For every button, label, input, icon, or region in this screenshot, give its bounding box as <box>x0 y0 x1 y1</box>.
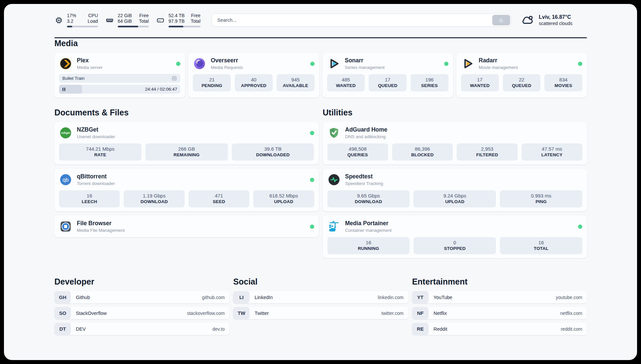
app-title: Speedtest <box>345 173 383 180</box>
search-input[interactable] <box>212 17 492 23</box>
app-link-overseerr[interactable]: Overseerr Media Requests <box>193 57 314 71</box>
status-dot <box>310 178 314 182</box>
stat-downloaded: 39.6 TBDOWNLOADED <box>232 143 314 161</box>
status-dot <box>176 62 180 66</box>
memory-stat: 22 GiBFree 64 GiBTotal <box>105 13 149 27</box>
utilities-column: Utilities AdGuard Home DNS and adblockin… <box>323 107 587 258</box>
stat-seed: 471SEED <box>189 190 249 207</box>
stat-running: 16RUNNING <box>327 237 410 254</box>
app-card-qbittorrent: qb qBittorrent Torrent downloader 16LEEC… <box>54 169 319 211</box>
stat-queued: 22QUEUED <box>503 74 541 91</box>
app-link-speedtest[interactable]: Speedtest Speedtest Tracking <box>327 173 583 187</box>
app-link-radarr[interactable]: Radarr Movie management <box>461 57 582 71</box>
link-badge: RE <box>412 323 429 335</box>
stat-filtered: 2,953FILTERED <box>457 143 517 161</box>
app-title: Overseerr <box>211 57 243 64</box>
stat-pending: 21PENDING <box>193 74 231 91</box>
ram-icon <box>105 16 114 25</box>
link-dev[interactable]: DT DEV dev.to <box>54 323 229 335</box>
link-domain: github.com <box>202 295 225 300</box>
status-dot <box>310 131 314 135</box>
link-badge: NF <box>412 307 429 319</box>
stat-wanted: 485WANTED <box>327 74 365 91</box>
app-title: qBittorrent <box>77 173 115 180</box>
app-link-sonarr[interactable]: Sonarr Series management <box>327 57 448 71</box>
search-engine-button[interactable]: G <box>492 15 510 25</box>
storage-total: 97.9 TB <box>168 18 185 24</box>
app-subtitle: Torrent downloader <box>77 181 115 186</box>
app-card-filebrowser: File Browser Media File Management <box>54 216 319 237</box>
portainer-icon <box>327 220 341 233</box>
memory-total: 64 GiB <box>118 18 132 24</box>
system-stats: 17%CPU 3.2Load 22 GiBFree 64 GiBTotal <box>54 13 200 27</box>
link-badge: DT <box>54 323 71 335</box>
link-twitter[interactable]: TW Twitter twitter.com <box>233 307 408 319</box>
svg-text:nzbget: nzbget <box>61 131 70 135</box>
app-card-plex: Plex Media server Bullet Train 24:44 / 0… <box>54 53 185 98</box>
app-link-nzbget[interactable]: nzbget NZBGet Usenet downloader <box>59 126 314 140</box>
developer-column: Developer GH Github github.com SO StackO… <box>54 277 229 339</box>
link-youtube[interactable]: YT YouTube youtube.com <box>412 291 587 303</box>
stat-row: 9.65 GbpsDOWNLOAD 9.24 GbpsUPLOAD 0.993 … <box>327 190 583 207</box>
cpu-progress-bar <box>67 26 98 27</box>
speedtest-icon <box>327 173 341 186</box>
link-github[interactable]: GH Github github.com <box>54 291 229 303</box>
section-title-documents: Documents & Files <box>54 107 319 117</box>
storage-label-bottom: Total <box>191 18 200 24</box>
link-linkedin[interactable]: LI LinkedIn linkedin.com <box>233 291 408 303</box>
stat-row: 21PENDING 40APPROVED 945AVAILABLE <box>193 74 314 91</box>
memory-free: 22 GiB <box>118 13 132 18</box>
link-domain: netflix.com <box>560 311 582 316</box>
link-name: DEV <box>76 326 86 332</box>
scattered-clouds-icon <box>521 13 535 27</box>
app-card-portainer: Media Portainer Container management 16R… <box>323 216 587 258</box>
app-card-nzbget: nzbget NZBGet Usenet downloader 744.21 M… <box>54 122 319 165</box>
link-badge: YT <box>412 291 429 303</box>
stat-remaining: 266 GBREMAINING <box>145 143 228 161</box>
pause-button[interactable] <box>62 87 66 91</box>
stat-upload: 9.24 GbpsUPLOAD <box>413 190 496 207</box>
app-title: File Browser <box>77 220 125 227</box>
app-link-plex[interactable]: Plex Media server <box>59 57 180 71</box>
storage-progress-bar <box>168 26 200 27</box>
app-card-adguard: AdGuard Home DNS and adblocking 498,508Q… <box>323 122 587 165</box>
link-domain: dev.to <box>212 326 225 332</box>
filebrowser-icon <box>59 220 72 233</box>
stat-approved: 40APPROVED <box>235 74 273 91</box>
app-subtitle: Media File Management <box>77 228 125 233</box>
link-reddit[interactable]: RE Reddit reddit.com <box>412 323 587 335</box>
top-bar: 17%CPU 3.2Load 22 GiBFree 64 GiBTotal <box>54 4 587 30</box>
stat-row: 498,508QUERIES 86,396BLOCKED 2,953FILTER… <box>327 143 583 161</box>
app-link-filebrowser[interactable]: File Browser Media File Management <box>59 220 314 233</box>
stat-stopped: 0STOPPED <box>413 237 496 254</box>
stat-ping: 0.993 msPING <box>500 190 582 207</box>
memory-label-bottom: Total <box>139 18 149 24</box>
app-subtitle: Movie management <box>479 65 518 70</box>
qbittorrent-icon: qb <box>59 173 72 186</box>
stat-row: 485WANTED 17QUEUED 196SERIES <box>327 74 448 91</box>
overseerr-icon <box>193 57 206 70</box>
link-name: Twitter <box>255 311 269 316</box>
app-card-sonarr: Sonarr Series management 485WANTED 17QUE… <box>322 53 453 98</box>
link-domain: youtube.com <box>556 295 582 300</box>
link-domain: reddit.com <box>561 326 582 332</box>
stat-upload: 618.52 MbpsUPLOAD <box>253 190 314 207</box>
now-playing-row: Bullet Train <box>59 74 180 83</box>
stat-row: 16LEECH 1.19 GbpsDOWNLOAD 471SEED 618.52… <box>59 190 314 207</box>
stat-rate: 744.21 MbpsRATE <box>59 143 141 161</box>
app-link-adguard[interactable]: AdGuard Home DNS and adblocking <box>327 126 583 140</box>
cpu-load: 3.2 <box>67 18 73 24</box>
section-title-entertainment: Entertainment <box>412 277 587 287</box>
cpu-stat: 17%CPU 3.2Load <box>54 13 98 27</box>
link-netflix[interactable]: NF Netflix netflix.com <box>412 307 587 319</box>
link-stackoverflow[interactable]: SO StackOverflow stackoverflow.com <box>54 307 229 319</box>
cpu-usage: 17% <box>67 13 76 18</box>
link-name: StackOverflow <box>76 311 107 316</box>
stat-wanted: 17WANTED <box>461 74 499 91</box>
link-domain: stackoverflow.com <box>187 311 225 316</box>
app-link-qbittorrent[interactable]: qb qBittorrent Torrent downloader <box>59 173 314 187</box>
media-cards-row: Plex Media server Bullet Train 24:44 / 0… <box>54 53 587 98</box>
section-title-media: Media <box>54 38 587 48</box>
app-link-portainer[interactable]: Media Portainer Container management <box>327 220 583 233</box>
plex-icon <box>59 57 72 70</box>
